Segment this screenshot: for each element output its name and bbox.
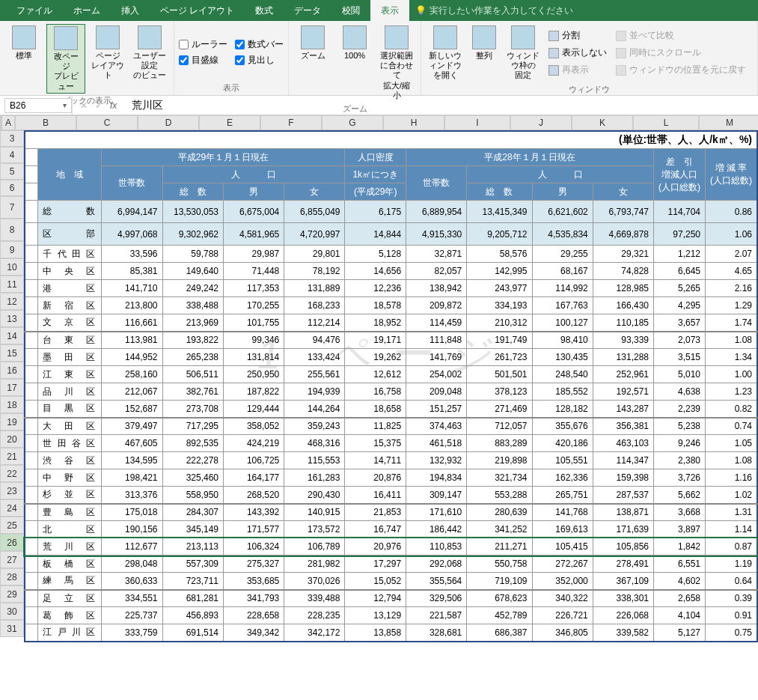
cell[interactable]: (単位:世帯、人、人/k㎡、%)	[38, 131, 757, 149]
cell[interactable]: 総 数	[38, 201, 102, 223]
cell[interactable]: 338,488	[162, 297, 224, 314]
cell[interactable]: 1.08	[706, 332, 758, 349]
cell[interactable]: 114,704	[654, 201, 706, 223]
cell[interactable]: 210,312	[467, 314, 532, 332]
row-header[interactable]: 22	[0, 465, 24, 482]
cell[interactable]: 3,726	[654, 469, 706, 487]
cell[interactable]: 219,898	[467, 452, 532, 469]
cell[interactable]: 131,814	[224, 349, 284, 366]
cell[interactable]: 173,572	[284, 521, 345, 538]
cell[interactable]: 141,769	[406, 349, 467, 366]
cell[interactable]: 6,551	[654, 556, 706, 573]
cell[interactable]: 71,448	[224, 263, 284, 280]
cell[interactable]: 14,711	[345, 452, 406, 469]
cell[interactable]: 456,893	[162, 607, 224, 624]
cell[interactable]: 18,658	[345, 401, 406, 418]
cell[interactable]: 北 区	[38, 521, 102, 538]
row-header[interactable]: 17	[0, 379, 24, 396]
cell[interactable]: 13,415,349	[467, 201, 532, 223]
ribbon-small-btn[interactable]: 表示しない	[545, 45, 610, 61]
cell[interactable]: 140,915	[284, 504, 345, 521]
cell[interactable]: 1,212	[654, 246, 706, 263]
cell[interactable]: 1k㎡につき	[345, 166, 406, 183]
cell[interactable]: 74,828	[593, 263, 653, 280]
cell[interactable]: 3,668	[654, 504, 706, 521]
col-header[interactable]: D	[138, 115, 199, 130]
cell[interactable]: 346,805	[532, 624, 593, 642]
row-header[interactable]: 31	[0, 620, 24, 637]
col-header[interactable]: K	[572, 115, 633, 130]
col-header[interactable]: I	[444, 115, 510, 130]
cell[interactable]: 141,768	[532, 504, 593, 521]
cell[interactable]: 5,128	[345, 246, 406, 263]
cell[interactable]: 4,104	[654, 607, 706, 624]
cell[interactable]: 550,758	[467, 556, 532, 573]
cell[interactable]: 110,185	[593, 314, 653, 332]
cell[interactable]: 292,068	[406, 556, 467, 573]
cell[interactable]: 1.29	[706, 297, 758, 314]
ribbon-small-btn[interactable]: 再表示	[545, 62, 610, 78]
col-header[interactable]: G	[322, 115, 383, 130]
cell[interactable]: 192,571	[593, 383, 653, 401]
cell[interactable]: 143,287	[593, 401, 653, 418]
cell[interactable]: 女	[593, 183, 653, 201]
cell[interactable]: 341,252	[467, 521, 532, 538]
cell[interactable]: 681,281	[162, 590, 224, 607]
cell[interactable]: 467,605	[102, 435, 162, 452]
cell[interactable]	[25, 183, 38, 201]
cell[interactable]: 0.82	[706, 401, 758, 418]
cell[interactable]: 424,219	[224, 435, 284, 452]
row-header[interactable]: 19	[0, 413, 24, 430]
cell[interactable]: 3,897	[654, 521, 706, 538]
cell[interactable]: 112,214	[284, 314, 345, 332]
cell[interactable]: 340,322	[532, 590, 593, 607]
col-header[interactable]: C	[76, 115, 138, 130]
cell[interactable]: 1.02	[706, 487, 758, 504]
cell[interactable]: 114,347	[593, 452, 653, 469]
cell[interactable]: 5,010	[654, 366, 706, 383]
cell[interactable]	[25, 469, 38, 487]
cell[interactable]: 261,723	[467, 349, 532, 366]
cell[interactable]: 荒 川 区	[38, 538, 102, 556]
ribbon-btn[interactable]: ウィンドウ枠の固定	[504, 24, 542, 82]
cell[interactable]: 111,848	[406, 332, 467, 349]
cell[interactable]: 265,238	[162, 349, 224, 366]
row-header[interactable]: 8	[0, 219, 24, 241]
data-grid[interactable]: (単位:世帯、人、人/k㎡、%)地 域平成29年１月１日現在人口密度平成28年１…	[24, 130, 758, 642]
cell[interactable]	[25, 607, 38, 624]
cell[interactable]: 691,514	[162, 624, 224, 642]
cell[interactable]: 6,793,747	[593, 201, 653, 223]
ribbon-checkbox[interactable]: 目盛線	[179, 54, 227, 67]
cell[interactable]: 356,381	[593, 418, 653, 435]
cell[interactable]: 452,789	[467, 607, 532, 624]
cell[interactable]	[25, 418, 38, 435]
cell[interactable]: 353,685	[224, 573, 284, 590]
ribbon-checkbox[interactable]: 見出し	[235, 54, 284, 67]
cell[interactable]: 101,755	[224, 314, 284, 332]
cell[interactable]: 6,889,954	[406, 201, 467, 223]
cell[interactable]: 211,271	[467, 538, 532, 556]
cell[interactable]: 人 口	[467, 166, 654, 183]
cell[interactable]	[25, 504, 38, 521]
cell[interactable]: 29,987	[224, 246, 284, 263]
cell[interactable]: 272,267	[532, 556, 593, 573]
cell[interactable]: 278,491	[593, 556, 653, 573]
cell[interactable]: 313,376	[102, 487, 162, 504]
cell[interactable]: 港 区	[38, 280, 102, 297]
cell[interactable]: 82,057	[406, 263, 467, 280]
cell[interactable]: 171,639	[593, 521, 653, 538]
cell[interactable]: 100,127	[532, 314, 593, 332]
cell[interactable]: 171,577	[224, 521, 284, 538]
cell[interactable]: 1.19	[706, 556, 758, 573]
cell[interactable]: 271,469	[467, 401, 532, 418]
cell[interactable]: 249,242	[162, 280, 224, 297]
cell[interactable]	[25, 590, 38, 607]
cell[interactable]: 3,657	[654, 314, 706, 332]
cell[interactable]: 209,048	[406, 383, 467, 401]
col-header[interactable]: H	[383, 115, 444, 130]
cell[interactable]: 1.00	[706, 366, 758, 383]
row-header[interactable]: 4	[0, 147, 24, 163]
menu-tab-4[interactable]: 数式	[245, 0, 284, 22]
cell[interactable]: 2,380	[654, 452, 706, 469]
cell[interactable]: 345,149	[162, 521, 224, 538]
